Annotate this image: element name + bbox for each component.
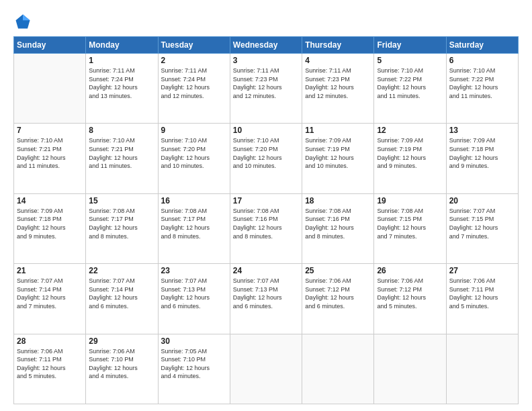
day-number: 28 [17, 336, 83, 346]
calendar-header: SundayMondayTuesdayWednesdayThursdayFrid… [14, 37, 519, 54]
calendar-cell [374, 334, 446, 404]
day-info: Sunrise: 7:07 AM Sunset: 7:13 PM Dayligh… [233, 277, 299, 310]
day-number: 30 [161, 336, 227, 346]
day-number: 8 [89, 126, 154, 135]
calendar-body: 1Sunrise: 7:11 AM Sunset: 7:24 PM Daylig… [14, 54, 519, 404]
day-info: Sunrise: 7:09 AM Sunset: 7:19 PM Dayligh… [377, 136, 443, 170]
day-info: Sunrise: 7:10 AM Sunset: 7:22 PM Dayligh… [449, 66, 515, 100]
day-info: Sunrise: 7:11 AM Sunset: 7:23 PM Dayligh… [305, 66, 371, 100]
day-info: Sunrise: 7:09 AM Sunset: 7:18 PM Dayligh… [449, 136, 515, 170]
day-info: Sunrise: 7:08 AM Sunset: 7:16 PM Dayligh… [305, 207, 371, 240]
day-info: Sunrise: 7:07 AM Sunset: 7:13 PM Dayligh… [161, 277, 227, 310]
day-info: Sunrise: 7:06 AM Sunset: 7:12 PM Dayligh… [305, 277, 371, 310]
calendar-cell [230, 334, 302, 404]
day-number: 15 [89, 196, 154, 205]
day-info: Sunrise: 7:06 AM Sunset: 7:11 PM Dayligh… [17, 347, 83, 381]
day-number: 13 [449, 126, 515, 135]
page: SundayMondayTuesdayWednesdayThursdayFrid… [0, 0, 532, 411]
day-info: Sunrise: 7:08 AM Sunset: 7:15 PM Dayligh… [377, 207, 443, 240]
day-number: 26 [377, 266, 443, 275]
day-number: 22 [89, 266, 154, 275]
calendar-week-row: 28Sunrise: 7:06 AM Sunset: 7:11 PM Dayli… [14, 334, 519, 404]
day-number: 7 [17, 126, 83, 135]
day-info: Sunrise: 7:08 AM Sunset: 7:17 PM Dayligh… [161, 207, 227, 240]
calendar-cell: 12Sunrise: 7:09 AM Sunset: 7:19 PM Dayli… [374, 124, 446, 193]
calendar-cell: 30Sunrise: 7:05 AM Sunset: 7:10 PM Dayli… [158, 334, 230, 404]
calendar-week-row: 14Sunrise: 7:09 AM Sunset: 7:18 PM Dayli… [14, 193, 519, 263]
day-number: 18 [305, 196, 371, 205]
calendar-cell: 29Sunrise: 7:06 AM Sunset: 7:10 PM Dayli… [86, 334, 158, 404]
calendar-cell: 1Sunrise: 7:11 AM Sunset: 7:24 PM Daylig… [86, 54, 158, 124]
day-info: Sunrise: 7:09 AM Sunset: 7:19 PM Dayligh… [305, 136, 371, 170]
day-info: Sunrise: 7:10 AM Sunset: 7:22 PM Dayligh… [377, 66, 443, 100]
calendar-cell: 25Sunrise: 7:06 AM Sunset: 7:12 PM Dayli… [302, 264, 374, 334]
calendar-cell: 21Sunrise: 7:07 AM Sunset: 7:14 PM Dayli… [14, 264, 86, 334]
day-number: 29 [89, 336, 154, 346]
day-info: Sunrise: 7:10 AM Sunset: 7:21 PM Dayligh… [17, 136, 83, 170]
calendar-week-row: 21Sunrise: 7:07 AM Sunset: 7:14 PM Dayli… [14, 264, 519, 334]
calendar-cell: 19Sunrise: 7:08 AM Sunset: 7:15 PM Dayli… [374, 193, 446, 263]
day-number: 25 [305, 266, 371, 275]
calendar-cell [302, 334, 374, 404]
logo [13, 12, 36, 31]
day-info: Sunrise: 7:08 AM Sunset: 7:17 PM Dayligh… [89, 207, 154, 240]
calendar-week-row: 1Sunrise: 7:11 AM Sunset: 7:24 PM Daylig… [14, 54, 519, 124]
day-info: Sunrise: 7:07 AM Sunset: 7:15 PM Dayligh… [449, 207, 515, 240]
calendar-cell: 4Sunrise: 7:11 AM Sunset: 7:23 PM Daylig… [302, 54, 374, 124]
day-info: Sunrise: 7:06 AM Sunset: 7:10 PM Dayligh… [89, 347, 154, 381]
calendar-cell: 23Sunrise: 7:07 AM Sunset: 7:13 PM Dayli… [158, 264, 230, 334]
header [13, 12, 519, 31]
weekday-header-friday: Friday [374, 37, 446, 54]
day-number: 16 [161, 196, 227, 205]
calendar-cell: 7Sunrise: 7:10 AM Sunset: 7:21 PM Daylig… [14, 124, 86, 193]
day-number: 23 [161, 266, 227, 275]
calendar-cell: 10Sunrise: 7:10 AM Sunset: 7:20 PM Dayli… [230, 124, 302, 193]
calendar-cell: 9Sunrise: 7:10 AM Sunset: 7:20 PM Daylig… [158, 124, 230, 193]
weekday-header-row: SundayMondayTuesdayWednesdayThursdayFrid… [14, 37, 519, 54]
day-info: Sunrise: 7:07 AM Sunset: 7:14 PM Dayligh… [89, 277, 154, 310]
weekday-header-saturday: Saturday [446, 37, 518, 54]
calendar-cell: 20Sunrise: 7:07 AM Sunset: 7:15 PM Dayli… [446, 193, 518, 263]
weekday-header-monday: Monday [86, 37, 158, 54]
day-number: 10 [233, 126, 299, 135]
day-number: 17 [233, 196, 299, 205]
day-number: 1 [89, 56, 154, 65]
day-info: Sunrise: 7:11 AM Sunset: 7:23 PM Dayligh… [233, 66, 299, 100]
day-info: Sunrise: 7:11 AM Sunset: 7:24 PM Dayligh… [89, 66, 154, 100]
calendar-cell: 27Sunrise: 7:06 AM Sunset: 7:11 PM Dayli… [446, 264, 518, 334]
logo-icon [13, 12, 32, 31]
day-number: 5 [377, 56, 443, 65]
weekday-header-tuesday: Tuesday [158, 37, 230, 54]
day-number: 19 [377, 196, 443, 205]
day-number: 20 [449, 196, 515, 205]
calendar-cell: 28Sunrise: 7:06 AM Sunset: 7:11 PM Dayli… [14, 334, 86, 404]
day-info: Sunrise: 7:10 AM Sunset: 7:20 PM Dayligh… [161, 136, 227, 170]
calendar-cell [14, 54, 86, 124]
day-number: 24 [233, 266, 299, 275]
calendar-cell: 8Sunrise: 7:10 AM Sunset: 7:21 PM Daylig… [86, 124, 158, 193]
day-info: Sunrise: 7:05 AM Sunset: 7:10 PM Dayligh… [161, 347, 227, 381]
calendar-cell: 14Sunrise: 7:09 AM Sunset: 7:18 PM Dayli… [14, 193, 86, 263]
calendar-cell [446, 334, 518, 404]
day-number: 11 [305, 126, 371, 135]
day-number: 3 [233, 56, 299, 65]
calendar-cell: 15Sunrise: 7:08 AM Sunset: 7:17 PM Dayli… [86, 193, 158, 263]
day-number: 6 [449, 56, 515, 65]
day-info: Sunrise: 7:10 AM Sunset: 7:21 PM Dayligh… [89, 136, 154, 170]
day-info: Sunrise: 7:08 AM Sunset: 7:16 PM Dayligh… [233, 207, 299, 240]
day-number: 21 [17, 266, 83, 275]
calendar-cell: 22Sunrise: 7:07 AM Sunset: 7:14 PM Dayli… [86, 264, 158, 334]
day-info: Sunrise: 7:06 AM Sunset: 7:12 PM Dayligh… [377, 277, 443, 310]
day-number: 14 [17, 196, 83, 205]
calendar-table: SundayMondayTuesdayWednesdayThursdayFrid… [13, 36, 519, 404]
calendar-cell: 18Sunrise: 7:08 AM Sunset: 7:16 PM Dayli… [302, 193, 374, 263]
weekday-header-thursday: Thursday [302, 37, 374, 54]
calendar-cell: 11Sunrise: 7:09 AM Sunset: 7:19 PM Dayli… [302, 124, 374, 193]
day-info: Sunrise: 7:10 AM Sunset: 7:20 PM Dayligh… [233, 136, 299, 170]
calendar-cell: 5Sunrise: 7:10 AM Sunset: 7:22 PM Daylig… [374, 54, 446, 124]
weekday-header-wednesday: Wednesday [230, 37, 302, 54]
svg-marker-1 [23, 15, 30, 21]
calendar-cell: 6Sunrise: 7:10 AM Sunset: 7:22 PM Daylig… [446, 54, 518, 124]
calendar-cell: 24Sunrise: 7:07 AM Sunset: 7:13 PM Dayli… [230, 264, 302, 334]
day-number: 2 [161, 56, 227, 65]
